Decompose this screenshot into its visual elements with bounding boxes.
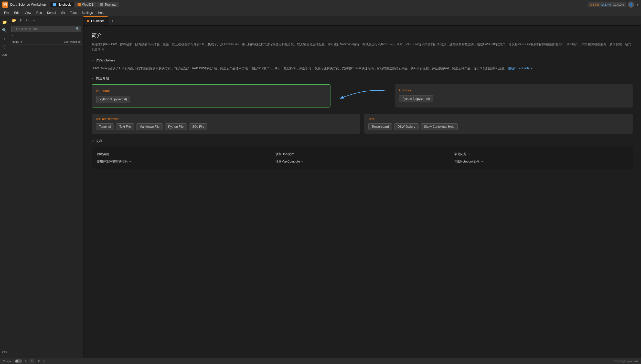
doc-link-0[interactable]: 创建实例 → — [97, 152, 270, 156]
notebook-tab-label: Notebook — [58, 3, 71, 6]
python-file-button[interactable]: Python File — [165, 123, 187, 130]
doc-link-1[interactable]: 读取OSS文件 → — [275, 152, 449, 156]
titlebar-tab-terminal[interactable]: Terminal — [97, 2, 119, 7]
gallery-section: DSW Gallery DSW Gallery提供了AI研发场景下的丰富的案例和… — [92, 58, 633, 71]
docs-section: 文档 创建实例 → 读取OSS文件 → 常见问题 → 使用开发环境调试代码 → … — [92, 139, 633, 169]
activity-git[interactable]: ⑂ — [1, 35, 8, 42]
modified-column-header[interactable]: Last Modified — [55, 40, 81, 43]
menu-file[interactable]: File — [2, 10, 11, 15]
activity-jobs[interactable]: JOB — [1, 51, 8, 58]
tools-row: Text and terminal Terminal Text File Mar… — [92, 114, 633, 134]
activity-code[interactable]: </> — [1, 349, 8, 356]
doc-link-3[interactable]: 使用开发环境调试代码 → — [97, 159, 270, 164]
titlebar-tab-notebook[interactable]: Notebook — [50, 2, 74, 7]
menu-help[interactable]: Help — [96, 10, 106, 15]
arrow-svg — [335, 86, 391, 106]
notebook-kernel-button[interactable]: Python 3 (ipykernel) — [96, 96, 130, 103]
arrow-area — [335, 84, 391, 108]
console-card[interactable]: Console Python 3 (ipykernel) — [395, 84, 633, 108]
launcher-tab-dot — [87, 20, 89, 22]
gallery-link[interactable]: 前往DSW Gallery — [508, 67, 532, 70]
menu-kernel[interactable]: Kernel — [45, 10, 58, 15]
user-menu-arrow[interactable]: ▼ — [636, 3, 639, 6]
dsw-gallery-button[interactable]: DSW Gallery — [394, 123, 419, 130]
menu-edit[interactable]: Edit — [12, 10, 22, 15]
menubar: File Edit View Run Kernel Git Tabs Setti… — [0, 9, 641, 16]
doc-link-2[interactable]: 常见问题 → — [454, 152, 628, 156]
notebook-card[interactable]: Notebook Python 3 (ipykernel) — [92, 84, 330, 108]
activity-files[interactable]: 📁 — [1, 18, 8, 26]
current-path: / — [9, 34, 83, 39]
terminal-button[interactable]: Terminal — [96, 123, 114, 130]
notebook-tab-icon — [53, 3, 56, 6]
text-file-button[interactable]: Text File — [116, 123, 134, 130]
statusbar-left: Simple 0 1 ⊞ ◇ — [3, 359, 45, 363]
show-contextual-help-button[interactable]: Show Contextual Help — [421, 123, 458, 130]
activity-search[interactable]: 🔍 — [1, 27, 8, 34]
titlebar-right: C 5.6% M 2.4% G1 0.0% 👤 ▼ — [588, 2, 639, 8]
sql-file-button[interactable]: SQL File — [189, 123, 207, 130]
docs-grid-container: 创建实例 → 读取OSS文件 → 常见问题 → 使用开发环境调试代码 → 读取M… — [92, 147, 633, 169]
webide-tab-label: WebIDE — [82, 3, 93, 6]
gallery-description: DSW Gallery提供了AI研发场景下的丰富的案例和解决方案，内容涵盖如：P… — [92, 66, 633, 71]
text-terminal-title: Text and terminal — [96, 117, 356, 121]
new-folder-button[interactable]: 📂 — [11, 17, 17, 23]
statusbar: Simple 0 1 ⊞ ◇ CSDN @seasidezh — [0, 358, 641, 364]
menu-view[interactable]: View — [23, 10, 33, 15]
main-layout: 📁 🔍 ⑂ ⬡ JOB </> 📂 ⬆ ↻ ✂ 🔍 / Name ▲ Last … — [0, 16, 641, 358]
titlebar-tabs: Notebook WebIDE Terminal — [50, 2, 586, 7]
notebook-card-title: Notebook — [96, 89, 326, 93]
terminal-tab-label: Terminal — [105, 3, 116, 6]
tool-group-title: Tool — [368, 117, 629, 121]
toggle-dot — [15, 360, 18, 362]
sidebar-toolbar: 📂 ⬆ ↻ ✂ — [9, 16, 83, 24]
quickstart-title: 快速开始 — [92, 76, 633, 81]
activity-extensions[interactable]: ⬡ — [1, 43, 8, 50]
refresh-button[interactable]: ↻ — [25, 17, 30, 23]
upload-button[interactable]: ⬆ — [18, 17, 24, 23]
name-column-header[interactable]: Name ▲ — [12, 40, 55, 43]
menu-settings[interactable]: Settings — [80, 10, 95, 15]
mode-label: Simple — [3, 360, 12, 363]
app-title: Data Science Workshop — [10, 3, 46, 6]
launcher-tab-label: Launcher — [91, 19, 104, 23]
cpu-stat: C 5.6% — [590, 3, 599, 6]
launcher-tab[interactable]: Launcher — [83, 16, 108, 25]
doc-link-4[interactable]: 读取MaxCompute → — [275, 159, 449, 164]
resource-stats: C 5.6% M 2.4% G1 0.0% — [588, 2, 626, 7]
app-logo: 阿 — [2, 2, 8, 8]
menu-run[interactable]: Run — [34, 10, 44, 15]
statusbar-right: CSDN @seasidezh — [614, 360, 638, 363]
git-button[interactable]: ✂ — [31, 17, 37, 23]
mode-toggle[interactable] — [15, 359, 22, 363]
activity-bar: 📁 🔍 ⑂ ⬡ JOB </> — [0, 16, 9, 358]
titlebar: 阿 Data Science Workshop Notebook WebIDE … — [0, 0, 641, 9]
mem-stat: M 2.4% — [601, 3, 611, 6]
markdown-file-button[interactable]: Markdown File — [136, 123, 163, 130]
status-icon-1: ⊞ — [37, 359, 40, 363]
file-list-header: Name ▲ Last Modified — [9, 39, 83, 45]
status-icon-2: ◇ — [43, 359, 45, 363]
gallery-section-title: DSW Gallery — [92, 58, 633, 62]
sidebar: 📂 ⬆ ↻ ✂ 🔍 / Name ▲ Last Modified — [9, 16, 83, 358]
docs-section-title: 文档 — [92, 139, 633, 143]
quickstart-cards: Notebook Python 3 (ipykernel) — [92, 84, 633, 108]
tool-group: Tool Tensorboard DSW Gallery Show Contex… — [364, 114, 633, 134]
extras-badge: 1 — [30, 359, 34, 363]
user-avatar[interactable]: 👤 — [628, 2, 634, 8]
menu-git[interactable]: Git — [59, 10, 67, 15]
titlebar-tab-webide[interactable]: WebIDE — [74, 2, 97, 7]
terminal-tab-icon — [100, 3, 103, 6]
new-tab-button[interactable]: + — [109, 17, 116, 25]
content-tab-bar: Launcher + — [83, 16, 641, 26]
search-input[interactable] — [11, 26, 81, 32]
launcher-panel: 简介 欢迎来到PAI-DSW，你将迎来一段奇妙的代码体验，这是一款云端机器学习开… — [83, 26, 641, 358]
file-search-box: 🔍 — [11, 26, 81, 32]
doc-link-5[interactable]: 导出Notebook文件 → — [454, 159, 628, 164]
tensorboard-button[interactable]: Tensorboard — [368, 123, 392, 130]
menu-tabs[interactable]: Tabs — [68, 10, 79, 15]
content-area: Launcher + 简介 欢迎来到PAI-DSW，你将迎来一段奇妙的代码体验，… — [83, 16, 641, 358]
watermark-text: CSDN @seasidezh — [614, 360, 638, 363]
line-col: 0 — [25, 360, 27, 363]
console-kernel-button[interactable]: Python 3 (ipykernel) — [399, 95, 433, 102]
